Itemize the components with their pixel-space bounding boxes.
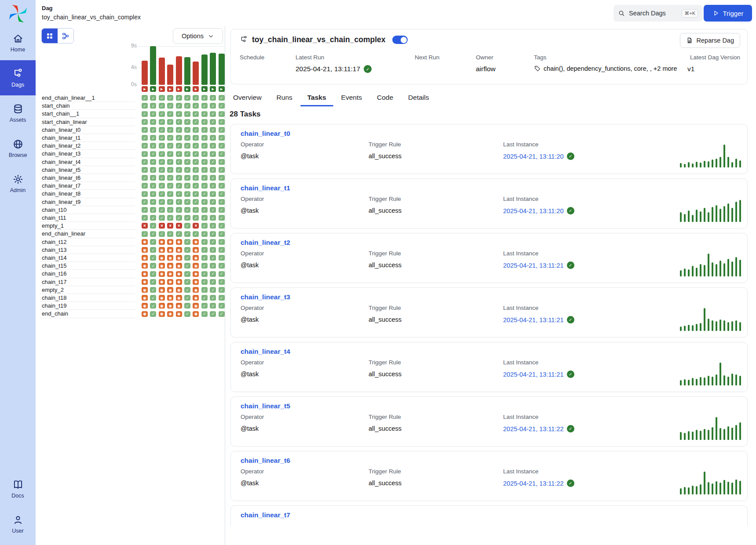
task-instance-upstream-failed-icon[interactable]: ◉	[193, 295, 199, 301]
task-instance-upstream-failed-icon[interactable]: ◉	[159, 239, 165, 245]
task-instance-success-icon[interactable]: ✓	[176, 95, 182, 101]
task-instance-success-icon[interactable]: ✓	[184, 231, 190, 237]
task-instance-success-icon[interactable]: ✓	[201, 135, 208, 141]
task-instance-upstream-failed-icon[interactable]: ◉	[176, 279, 182, 285]
airflow-logo[interactable]	[8, 4, 28, 23]
task-instance-success-icon[interactable]: ✓	[150, 143, 156, 149]
task-instance-upstream-failed-icon[interactable]: ◉	[176, 295, 182, 301]
task-instance-success-icon[interactable]: ✓	[167, 143, 173, 149]
task-instance-upstream-failed-icon[interactable]: ◉	[159, 263, 165, 269]
task-instance-success-icon[interactable]: ✓	[219, 247, 225, 253]
task-instance-upstream-failed-icon[interactable]: ◉	[142, 287, 148, 293]
task-instance-success-icon[interactable]: ✓	[142, 175, 148, 181]
sidebar-item-home[interactable]: Home	[0, 25, 36, 60]
task-instance-upstream-failed-icon[interactable]: ◉	[193, 311, 199, 317]
task-instance-success-icon[interactable]: ✓	[176, 127, 182, 133]
task-instance-success-icon[interactable]: ✓	[150, 263, 156, 269]
dag-pause-toggle[interactable]	[392, 36, 408, 44]
task-instance-success-icon[interactable]: ✓	[201, 103, 208, 109]
task-instance-success-icon[interactable]: ✓	[176, 215, 182, 221]
task-instance-success-icon[interactable]: ✓	[201, 127, 208, 133]
task-instance-upstream-failed-icon[interactable]: ◉	[159, 287, 165, 293]
task-instance-success-icon[interactable]: ✓	[193, 103, 199, 109]
task-instance-upstream-failed-icon[interactable]: ◉	[142, 311, 148, 317]
task-instance-success-icon[interactable]: ✓	[201, 311, 208, 317]
task-instance-success-icon[interactable]: ✓	[219, 199, 225, 205]
task-instance-success-icon[interactable]: ✓	[201, 143, 208, 149]
task-card-title-link[interactable]: chain_linear_t6	[241, 457, 290, 465]
task-instance-upstream-failed-icon[interactable]: ◉	[167, 247, 173, 253]
task-instance-success-icon[interactable]: ✓	[184, 207, 190, 213]
task-instance-success-icon[interactable]: ✓	[219, 119, 225, 125]
task-instance-success-icon[interactable]: ✓	[150, 207, 156, 213]
task-instance-success-icon[interactable]: ✓	[142, 231, 148, 237]
task-instance-success-icon[interactable]: ✓	[210, 231, 216, 237]
task-instance-success-icon[interactable]: ✓	[193, 175, 199, 181]
task-instance-success-icon[interactable]: ✓	[184, 255, 190, 261]
run-state-play-icon[interactable]: ▶	[201, 86, 208, 92]
task-instance-success-icon[interactable]: ✓	[219, 191, 225, 197]
task-instance-success-icon[interactable]: ✓	[210, 311, 216, 317]
task-row-name[interactable]: chain_t12	[39, 238, 135, 246]
task-instance-success-icon[interactable]: ✓	[210, 207, 216, 213]
task-instance-success-icon[interactable]: ✓	[167, 135, 173, 141]
task-row-name[interactable]: chain_t14	[39, 254, 135, 262]
task-instance-success-icon[interactable]: ✓	[150, 295, 156, 301]
task-instance-success-icon[interactable]: ✓	[176, 183, 182, 189]
run-duration-bar[interactable]	[167, 65, 173, 85]
task-row-name[interactable]: chain_t10	[39, 206, 135, 214]
task-instance-upstream-failed-icon[interactable]: ◉	[142, 247, 148, 253]
task-card-title-link[interactable]: chain_linear_t4	[241, 348, 290, 356]
task-instance-success-icon[interactable]: ✓	[167, 151, 173, 157]
task-instance-upstream-failed-icon[interactable]: ◉	[176, 263, 182, 269]
task-instance-success-icon[interactable]: ✓	[219, 151, 225, 157]
task-instance-success-icon[interactable]: ✓	[201, 239, 208, 245]
task-row-name[interactable]: chain_t11	[39, 214, 135, 222]
task-instance-success-icon[interactable]: ✓	[142, 95, 148, 101]
task-instance-success-icon[interactable]: ✓	[167, 119, 173, 125]
run-duration-bar[interactable]	[142, 61, 148, 85]
task-instance-success-icon[interactable]: ✓	[150, 191, 156, 197]
task-instance-success-icon[interactable]: ✓	[201, 167, 208, 173]
task-instance-upstream-failed-icon[interactable]: ◉	[142, 255, 148, 261]
last-instance-link[interactable]: 2025-04-21, 13:11:21✓	[503, 316, 574, 323]
task-row-name[interactable]: chain_linear_t0	[39, 126, 135, 134]
task-instance-success-icon[interactable]: ✓	[201, 175, 208, 181]
task-instance-failed-icon[interactable]: ×	[193, 223, 199, 229]
task-instance-success-icon[interactable]: ✓	[142, 199, 148, 205]
run-state-play-icon[interactable]: ▶	[167, 86, 173, 92]
task-instance-success-icon[interactable]: ✓	[184, 111, 190, 117]
task-instance-success-icon[interactable]: ✓	[159, 135, 165, 141]
graph-view-button[interactable]	[58, 29, 73, 43]
task-instance-success-icon[interactable]: ✓	[219, 159, 225, 165]
task-instance-success-icon[interactable]: ✓	[176, 159, 182, 165]
task-instance-success-icon[interactable]: ✓	[210, 127, 216, 133]
task-card-title-link[interactable]: chain_linear_t5	[241, 402, 290, 410]
task-instance-success-icon[interactable]: ✓	[167, 167, 173, 173]
grid-view-button[interactable]	[42, 29, 58, 43]
task-instance-upstream-failed-icon[interactable]: ◉	[167, 311, 173, 317]
task-instance-success-icon[interactable]: ✓	[159, 103, 165, 109]
task-instance-failed-icon[interactable]: ×	[176, 223, 182, 229]
task-instance-success-icon[interactable]: ✓	[201, 111, 208, 117]
task-instance-failed-icon[interactable]: ×	[142, 223, 148, 229]
task-row-name[interactable]: chain_linear_t5	[39, 166, 135, 174]
sidebar-item-assets[interactable]: Assets	[0, 95, 36, 131]
task-instance-success-icon[interactable]: ✓	[167, 159, 173, 165]
task-instance-success-icon[interactable]: ✓	[219, 279, 225, 285]
task-instance-success-icon[interactable]: ✓	[210, 271, 216, 277]
task-instance-success-icon[interactable]: ✓	[150, 231, 156, 237]
task-instance-success-icon[interactable]: ✓	[142, 135, 148, 141]
task-instance-success-icon[interactable]: ✓	[150, 95, 156, 101]
task-instance-success-icon[interactable]: ✓	[159, 95, 165, 101]
task-instance-upstream-failed-icon[interactable]: ◉	[167, 271, 173, 277]
task-instance-upstream-failed-icon[interactable]: ◉	[142, 239, 148, 245]
task-instance-success-icon[interactable]: ✓	[159, 119, 165, 125]
task-instance-upstream-failed-icon[interactable]: ◉	[193, 279, 199, 285]
run-duration-bar[interactable]	[159, 58, 165, 85]
task-instance-success-icon[interactable]: ✓	[210, 247, 216, 253]
task-instance-success-icon[interactable]: ✓	[176, 231, 182, 237]
task-instance-success-icon[interactable]: ✓	[193, 231, 199, 237]
task-instance-success-icon[interactable]: ✓	[219, 311, 225, 317]
task-instance-success-icon[interactable]: ✓	[219, 215, 225, 221]
